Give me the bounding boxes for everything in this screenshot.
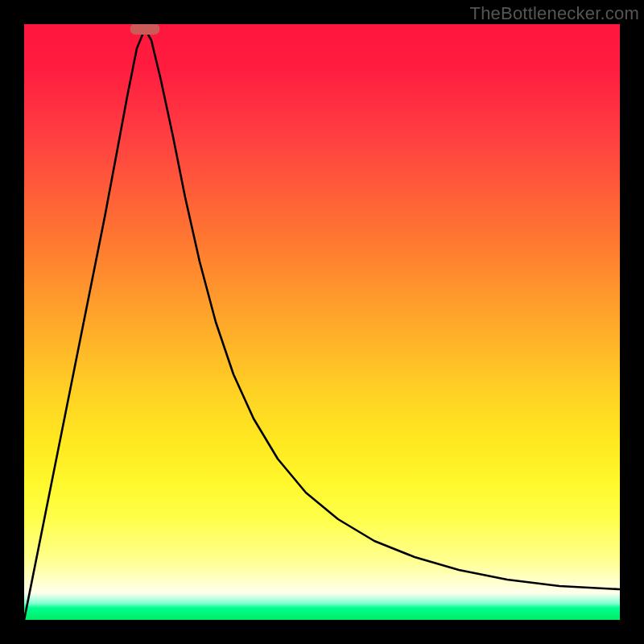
bottleneck-curve	[24, 24, 620, 620]
plot-area	[24, 24, 620, 620]
optimal-marker	[130, 24, 160, 35]
watermark-label: TheBottlenecker.com	[470, 3, 639, 24]
chart-frame: TheBottlenecker.com	[0, 0, 644, 644]
